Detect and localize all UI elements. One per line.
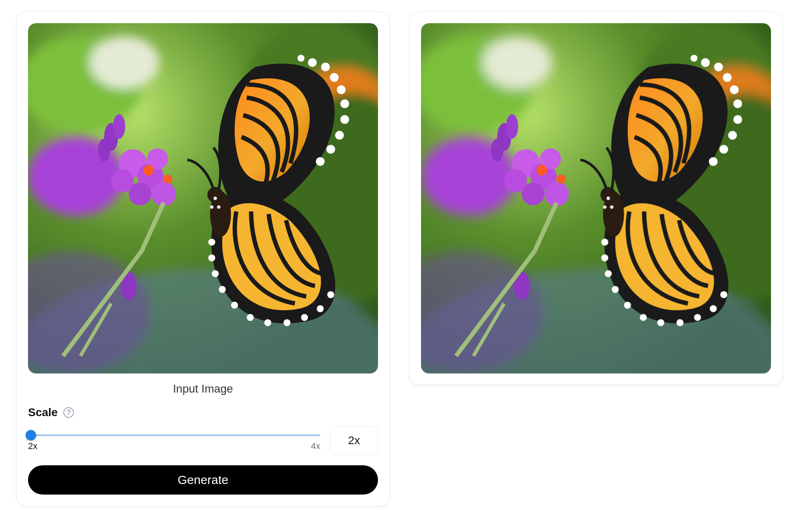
svg-point-33 bbox=[212, 270, 219, 277]
svg-point-44 bbox=[210, 205, 214, 209]
svg-point-61 bbox=[504, 169, 527, 192]
svg-point-45 bbox=[217, 205, 220, 209]
svg-point-11 bbox=[151, 182, 176, 206]
svg-point-77 bbox=[701, 58, 710, 67]
scale-value-input[interactable]: 2x bbox=[330, 426, 378, 455]
svg-point-24 bbox=[340, 99, 349, 108]
svg-point-89 bbox=[720, 291, 727, 298]
scale-slider-row: 2x 4x 2x bbox=[28, 426, 378, 455]
svg-point-55 bbox=[482, 36, 552, 89]
scale-header: Scale ? bbox=[28, 406, 378, 419]
svg-point-83 bbox=[624, 302, 631, 308]
svg-point-28 bbox=[316, 157, 325, 166]
svg-point-80 bbox=[601, 254, 608, 261]
svg-point-22 bbox=[330, 73, 339, 82]
input-image-caption: Input Image bbox=[28, 382, 378, 395]
svg-point-32 bbox=[208, 254, 215, 261]
svg-point-13 bbox=[111, 169, 134, 192]
svg-point-59 bbox=[544, 182, 569, 206]
input-image[interactable] bbox=[28, 23, 378, 373]
svg-point-18 bbox=[113, 114, 125, 139]
svg-point-92 bbox=[603, 205, 607, 209]
scale-min-label: 2x bbox=[28, 441, 37, 451]
svg-point-70 bbox=[723, 73, 732, 82]
scale-label: Scale bbox=[28, 406, 58, 419]
svg-point-21 bbox=[321, 63, 330, 72]
svg-point-30 bbox=[298, 55, 304, 62]
svg-point-93 bbox=[610, 205, 613, 209]
scale-max-label: 4x bbox=[311, 441, 320, 451]
svg-point-39 bbox=[301, 314, 308, 321]
svg-point-75 bbox=[719, 145, 728, 154]
svg-point-69 bbox=[714, 63, 723, 72]
svg-point-37 bbox=[264, 319, 271, 326]
svg-point-7 bbox=[89, 36, 159, 89]
svg-point-85 bbox=[657, 319, 664, 326]
svg-point-91 bbox=[600, 187, 616, 203]
svg-point-40 bbox=[317, 305, 324, 312]
svg-point-66 bbox=[506, 114, 518, 139]
svg-point-31 bbox=[208, 239, 215, 245]
svg-point-73 bbox=[733, 115, 742, 124]
svg-point-84 bbox=[640, 314, 647, 321]
svg-point-79 bbox=[601, 239, 608, 245]
svg-point-71 bbox=[730, 85, 739, 94]
svg-point-26 bbox=[335, 131, 344, 140]
svg-point-46 bbox=[214, 197, 217, 200]
svg-point-25 bbox=[340, 115, 349, 124]
svg-point-72 bbox=[733, 99, 742, 108]
scale-section: Scale ? 2x 4x 2x bbox=[28, 406, 378, 455]
svg-point-67 bbox=[491, 139, 503, 161]
svg-point-74 bbox=[728, 131, 737, 140]
svg-point-19 bbox=[98, 139, 110, 161]
svg-point-63 bbox=[536, 165, 547, 176]
svg-point-76 bbox=[709, 157, 718, 166]
generate-button[interactable]: Generate bbox=[28, 465, 378, 495]
svg-point-87 bbox=[694, 314, 701, 321]
svg-point-86 bbox=[676, 319, 683, 326]
app-root: Input Image Scale ? 2x 4x 2x Gen bbox=[0, 0, 812, 510]
svg-point-94 bbox=[607, 197, 610, 200]
svg-point-81 bbox=[605, 270, 612, 277]
output-card bbox=[409, 11, 783, 385]
svg-point-27 bbox=[326, 145, 335, 154]
svg-point-35 bbox=[231, 302, 238, 308]
output-image[interactable] bbox=[421, 23, 771, 373]
svg-point-29 bbox=[308, 58, 317, 67]
svg-point-88 bbox=[710, 305, 717, 312]
svg-point-23 bbox=[337, 85, 346, 94]
svg-point-43 bbox=[207, 187, 223, 203]
svg-point-16 bbox=[164, 175, 173, 184]
svg-point-78 bbox=[691, 55, 698, 62]
svg-point-38 bbox=[283, 319, 290, 326]
help-icon[interactable]: ? bbox=[63, 407, 74, 418]
scale-slider-thumb[interactable] bbox=[26, 430, 36, 441]
svg-point-64 bbox=[557, 175, 566, 184]
svg-point-41 bbox=[327, 291, 334, 298]
input-card: Input Image Scale ? 2x 4x 2x Gen bbox=[16, 11, 390, 506]
svg-point-34 bbox=[219, 286, 226, 293]
svg-point-15 bbox=[143, 165, 154, 176]
scale-slider[interactable]: 2x 4x bbox=[28, 430, 320, 451]
svg-point-82 bbox=[612, 286, 619, 293]
svg-point-36 bbox=[247, 314, 254, 321]
